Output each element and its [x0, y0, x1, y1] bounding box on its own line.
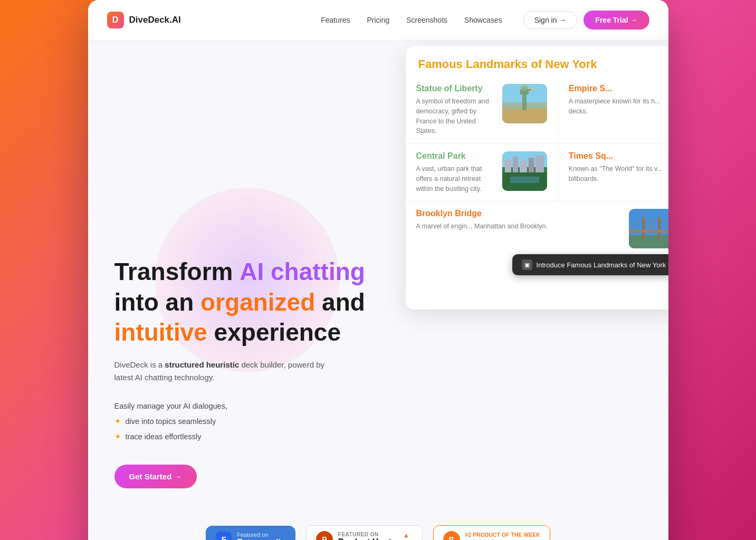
content-area: Transform AI chatting into an organized …	[88, 41, 668, 509]
producthunt-main: Product Hunt	[338, 537, 391, 540]
hero-features: Easily manage your AI dialogues, ✦ dive …	[114, 399, 381, 445]
title-organized: organized	[200, 288, 315, 316]
times-sq-info: Times Sq... Known as "The World" for its…	[569, 151, 668, 184]
svg-rect-19	[629, 235, 668, 248]
tooltip-bar: ▣ Introduce Famous Landmarks of New York	[512, 254, 668, 275]
brooklyn-image	[629, 209, 668, 248]
svg-rect-13	[513, 157, 518, 172]
landmark-title: Famous Landmarks of New York	[406, 46, 668, 76]
svg-rect-22	[629, 230, 668, 233]
central-park-name: Central Park	[416, 151, 495, 161]
landmark-panel: Famous Landmarks of New York Statue of L…	[406, 46, 668, 509]
svg-rect-20	[642, 217, 645, 240]
empire-desc: A masterpiece known for its h... decks.	[569, 97, 668, 117]
central-park-image	[502, 151, 547, 191]
svg-rect-8	[531, 86, 533, 91]
liberty-desc: A symbol of freedom and democracy, gifte…	[416, 97, 495, 136]
producthunt-count: ▲ 242	[400, 532, 412, 541]
title-into: into an	[114, 288, 201, 316]
svg-rect-6	[523, 84, 526, 88]
title-ai-chatting: AI chatting	[240, 258, 365, 285]
liberty-image	[502, 84, 547, 123]
feature-1: ✦ dive into topics seamlessly	[114, 414, 381, 429]
feature-2: ✦ trace ideas effortlessly	[114, 429, 381, 445]
producthunt-top: FEATURED ON	[338, 532, 391, 537]
brooklyn-info: Brooklyn Bridge A marvel of engin... Man…	[416, 209, 621, 232]
navbar: D DiveDeck.AI Features Pricing Screensho…	[88, 0, 668, 41]
features-intro: Easily manage your AI dialogues,	[114, 402, 227, 410]
education-main: Education	[465, 538, 540, 541]
education-text: #2 PRODUCT OF THE WEEK Education	[465, 532, 540, 541]
hero-left: Transform AI chatting into an organized …	[88, 41, 407, 509]
liberty-name: Statue of Liberty	[416, 84, 495, 93]
svg-rect-21	[658, 217, 661, 240]
landmark-row-1: Statue of Liberty A symbol of freedom an…	[406, 76, 668, 144]
producthunt-icon: P	[316, 531, 333, 541]
nav-buttons: Sign in → Free Trial →	[523, 11, 649, 30]
svg-rect-3	[522, 92, 527, 110]
title-intuitive: intuitive	[114, 319, 207, 346]
logo[interactable]: D DiveDeck.AI	[107, 12, 181, 28]
scroll-indicator: ⊡	[668, 292, 668, 302]
svg-rect-16	[535, 156, 544, 172]
badge-futurepedia[interactable]: F Featured on Futurepedia	[206, 526, 295, 541]
badge-row: F Featured on Futurepedia P FEATURED ON …	[88, 509, 668, 541]
producthunt-text: FEATURED ON Product Hunt	[338, 532, 391, 540]
tooltip-text: Introduce Famous Landmarks of New York	[537, 261, 666, 269]
feature-2-text: trace ideas	[126, 432, 163, 441]
svg-rect-12	[505, 159, 511, 172]
nav-showcases[interactable]: Showcases	[464, 16, 502, 24]
central-park-info: Central Park A vast, urban park that off…	[416, 151, 495, 194]
landmark-row-2: Central Park A vast, urban park that off…	[406, 144, 668, 201]
nav-features[interactable]: Features	[321, 16, 350, 24]
hero-title: Transform AI chatting into an organized …	[114, 257, 381, 348]
nav-pricing[interactable]: Pricing	[367, 16, 389, 24]
futurepedia-icon: F	[216, 532, 232, 541]
upvote-arrow: ▲	[403, 532, 409, 539]
landmark-times-sq: Times Sq... Known as "The World" for its…	[558, 144, 668, 201]
badge-education[interactable]: P #2 PRODUCT OF THE WEEK Education	[433, 525, 550, 541]
empire-info: Empire S... A masterpiece known for its …	[569, 84, 668, 117]
spark-icon-1: ✦	[114, 417, 121, 426]
empire-name: Empire S...	[569, 84, 668, 93]
nav-screenshots[interactable]: Screenshots	[406, 16, 447, 24]
education-icon: P	[443, 531, 460, 541]
get-started-button[interactable]: Get Started →	[114, 465, 197, 488]
landmark-empire: Empire S... A masterpiece known for its …	[558, 76, 668, 143]
svg-rect-15	[529, 158, 534, 172]
landmark-card: Famous Landmarks of New York Statue of L…	[406, 46, 668, 310]
landmark-brooklyn: Brooklyn Bridge A marvel of engin... Man…	[406, 201, 668, 256]
nav-links: Features Pricing Screenshots Showcases	[321, 15, 502, 25]
badge-producthunt[interactable]: P FEATURED ON Product Hunt ▲ 242	[306, 525, 423, 541]
times-sq-name: Times Sq...	[569, 151, 668, 161]
feature-1-text: dive into topics	[126, 417, 176, 426]
futurepedia-text: Featured on Futurepedia	[237, 532, 285, 541]
landmark-row-3: Brooklyn Bridge A marvel of engin... Man…	[406, 201, 668, 256]
signin-button[interactable]: Sign in →	[523, 11, 578, 29]
futurepedia-top: Featured on	[237, 532, 285, 538]
landmark-liberty: Statue of Liberty A symbol of freedom an…	[406, 76, 558, 143]
landmark-central-park: Central Park A vast, urban park that off…	[406, 144, 558, 201]
svg-rect-17	[510, 177, 539, 183]
tooltip-icon: ▣	[522, 259, 532, 270]
brooklyn-name: Brooklyn Bridge	[416, 209, 621, 218]
times-sq-desc: Known as "The World" for its v... billbo…	[569, 164, 668, 184]
spark-icon-2: ✦	[114, 432, 121, 441]
logo-icon: D	[107, 12, 124, 28]
svg-rect-14	[520, 161, 527, 172]
liberty-info: Statue of Liberty A symbol of freedom an…	[416, 84, 495, 136]
hero-subtitle: DiveDeck is a structured heuristic deck …	[114, 359, 341, 384]
free-trial-button[interactable]: Free Trial →	[583, 11, 649, 30]
title-part1: Transform	[114, 258, 240, 285]
title-experience: experience	[207, 319, 341, 346]
brooklyn-desc: A marvel of engin... Manhattan and Brook…	[416, 221, 621, 232]
logo-text: DiveDeck.AI	[129, 15, 181, 25]
svg-rect-7	[527, 89, 532, 91]
central-park-desc: A vast, urban park that offers a natural…	[416, 164, 495, 194]
title-and: and	[315, 288, 365, 316]
futurepedia-main: Futurepedia	[237, 538, 285, 541]
education-top: #2 PRODUCT OF THE WEEK	[465, 532, 540, 538]
